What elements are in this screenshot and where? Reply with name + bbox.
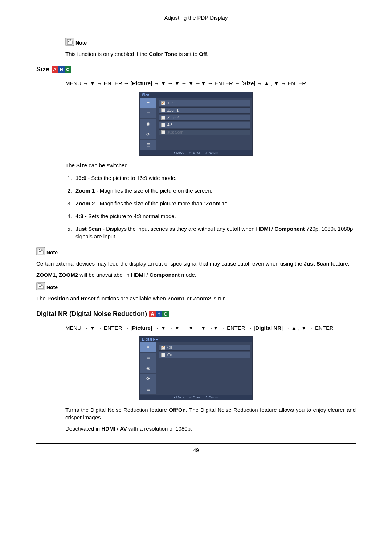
osd-dnr: Digital NR ✦ ▭ ◉ ⟳ ▤ Off On ♦ Move ⏎ Ent… bbox=[139, 336, 253, 400]
osd-footer: ♦ Move ⏎ Enter ↺ Return bbox=[140, 395, 252, 400]
osd-option[interactable]: Zoom1 bbox=[159, 107, 250, 114]
tag-c-icon: C bbox=[65, 66, 71, 73]
size-intro: The Size can be switched. bbox=[65, 161, 356, 169]
osd-sidebar-item[interactable]: ⟳ bbox=[140, 374, 156, 384]
note-label: Note bbox=[75, 40, 87, 46]
osd-option[interactable]: Zoom2 bbox=[159, 115, 250, 121]
osd-sidebar-item[interactable]: ▤ bbox=[140, 384, 156, 395]
list-item: Zoom 2 - Magnifies the size of the pictu… bbox=[73, 200, 356, 207]
list-item: 16:9 - Sets the picture to 16:9 wide mod… bbox=[73, 174, 356, 182]
picture-icon: ✦ bbox=[146, 100, 150, 105]
osd-sidebar-item[interactable]: ⟳ bbox=[140, 129, 156, 140]
section-title-size: Size A H C bbox=[36, 66, 356, 73]
check-icon bbox=[161, 346, 165, 350]
osd-sidebar-item[interactable]: ◉ bbox=[140, 119, 156, 129]
note-block: Note bbox=[36, 247, 356, 255]
osd-sidebar: ✦ ▭ ◉ ⟳ ▤ bbox=[140, 342, 156, 395]
osd-main: Off On bbox=[156, 342, 252, 395]
osd-option[interactable]: 16 : 9 bbox=[159, 100, 250, 106]
multi-icon: ▤ bbox=[146, 387, 150, 392]
tag-a-icon: A bbox=[52, 66, 58, 73]
tag-h-icon: H bbox=[156, 311, 162, 317]
osd-footer: ♦ Move ⏎ Enter ↺ Return bbox=[140, 150, 252, 155]
dnr-desc: Turns the Digital Noise Reduction featur… bbox=[65, 406, 356, 421]
check-icon bbox=[161, 101, 165, 105]
list-item: Just Scan - Displays the input scenes as… bbox=[73, 225, 356, 240]
section-title-dnr: Digital NR (Digital Noise Reduction) A H… bbox=[36, 310, 356, 318]
nav-path-dnr: MENU → ▼ → ENTER → [Picture] → ▼ → ▼ → ▼… bbox=[65, 323, 356, 333]
note-icon bbox=[36, 282, 45, 290]
osd-option[interactable]: 4:3 bbox=[159, 122, 250, 128]
osd-option[interactable]: Off bbox=[159, 345, 250, 351]
note-icon bbox=[36, 247, 45, 255]
check-icon bbox=[161, 116, 165, 120]
osd-sidebar-item[interactable]: ✦ bbox=[140, 342, 156, 353]
note-text-a: Certain external devices may feed the di… bbox=[36, 260, 356, 267]
page-header: Adjusting the PDP Display bbox=[36, 15, 356, 23]
picture-icon: ✦ bbox=[146, 345, 150, 350]
note-text: This function is only enabled if the Col… bbox=[65, 50, 356, 58]
osd-sidebar-item[interactable]: ✦ bbox=[140, 98, 156, 108]
note-block: Note bbox=[65, 38, 356, 46]
page-number: 49 bbox=[36, 443, 356, 453]
note-label: Note bbox=[46, 284, 58, 290]
check-icon bbox=[161, 353, 165, 357]
mode-tags: A H C bbox=[52, 66, 71, 73]
sound-icon: ◉ bbox=[146, 121, 150, 126]
note-text-b: ZOOM1, ZOOM2 will be unavailabel in HDMI… bbox=[36, 271, 356, 279]
osd-size: Size ✦ ▭ ◉ ⟳ ▤ 16 : 9 Zoom1 Zoom2 4:3 Ju… bbox=[139, 92, 253, 156]
osd-sidebar-item[interactable]: ▭ bbox=[140, 353, 156, 363]
size-options-list: 16:9 - Sets the picture to 16:9 wide mod… bbox=[65, 174, 356, 240]
setup-icon: ⟳ bbox=[146, 132, 150, 137]
multi-icon: ▤ bbox=[146, 142, 150, 147]
check-icon bbox=[161, 123, 165, 127]
osd-title: Size bbox=[140, 92, 252, 98]
check-icon bbox=[161, 130, 165, 134]
nav-path-size: MENU → ▼ → ENTER → [Picture] → ▼ → ▼ → ▼… bbox=[65, 78, 356, 88]
note-label: Note bbox=[46, 250, 58, 255]
input-icon: ▭ bbox=[146, 355, 150, 360]
osd-sidebar-item[interactable]: ▤ bbox=[140, 140, 156, 150]
osd-main: 16 : 9 Zoom1 Zoom2 4:3 Just Scan bbox=[156, 98, 252, 150]
osd-title: Digital NR bbox=[140, 337, 252, 342]
dnr-deactivated: Deactivated in HDMI / AV with a resoluti… bbox=[65, 425, 356, 432]
osd-option: Just Scan bbox=[159, 129, 250, 135]
mode-tags: A H C bbox=[149, 311, 169, 317]
check-icon bbox=[161, 108, 165, 112]
note-icon bbox=[65, 38, 74, 46]
setup-icon: ⟳ bbox=[146, 376, 150, 381]
note-text-c: The Position and Reset functions are ava… bbox=[36, 295, 356, 302]
osd-sidebar-item[interactable]: ◉ bbox=[140, 363, 156, 374]
tag-c-icon: C bbox=[162, 311, 169, 317]
osd-option[interactable]: On bbox=[159, 352, 250, 358]
note-block: Note bbox=[36, 282, 356, 290]
input-icon: ▭ bbox=[146, 111, 150, 116]
osd-sidebar-item[interactable]: ▭ bbox=[140, 108, 156, 119]
list-item: 4:3 - Sets the picture to 4:3 normal mod… bbox=[73, 212, 356, 220]
list-item: Zoom 1 - Magnifies the size of the pictu… bbox=[73, 187, 356, 194]
tag-h-icon: H bbox=[58, 66, 65, 73]
sound-icon: ◉ bbox=[146, 366, 150, 371]
tag-a-icon: A bbox=[149, 311, 156, 317]
osd-sidebar: ✦ ▭ ◉ ⟳ ▤ bbox=[140, 98, 156, 150]
